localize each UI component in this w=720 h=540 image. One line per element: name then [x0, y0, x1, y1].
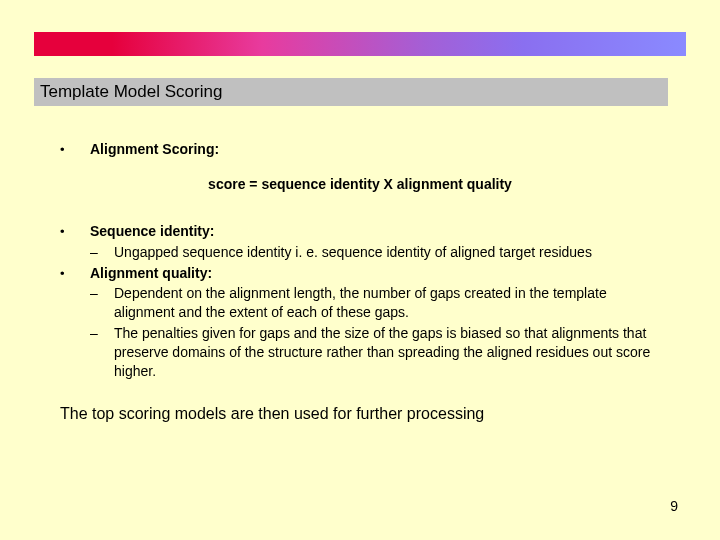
bullet-alignment-scoring: • Alignment Scoring: — [60, 140, 660, 159]
dash-icon: – — [90, 243, 114, 262]
bullet-dot-icon: • — [60, 222, 90, 241]
bullet-label: Alignment quality: — [90, 264, 660, 283]
dash-icon: – — [90, 324, 114, 381]
sub-bullet: – The penalties given for gaps and the s… — [90, 324, 660, 381]
bullet-dot-icon: • — [60, 264, 90, 283]
slide-title: Template Model Scoring — [40, 82, 222, 101]
bullet-label: Alignment Scoring: — [90, 140, 660, 159]
sub-bullet-text: Dependent on the alignment length, the n… — [114, 284, 660, 322]
sub-bullet: – Dependent on the alignment length, the… — [90, 284, 660, 322]
score-formula: score = sequence identity X alignment qu… — [60, 175, 660, 194]
closing-statement: The top scoring models are then used for… — [60, 403, 660, 425]
header-gradient-bar — [34, 32, 686, 56]
bullet-alignment-quality: • Alignment quality: — [60, 264, 660, 283]
sub-bullet-text: The penalties given for gaps and the siz… — [114, 324, 660, 381]
bullet-sequence-identity: • Sequence identity: — [60, 222, 660, 241]
page-number: 9 — [670, 498, 678, 514]
sub-bullet-text: Ungapped sequence identity i. e. sequenc… — [114, 243, 660, 262]
bullet-dot-icon: • — [60, 140, 90, 159]
slide-title-bar: Template Model Scoring — [34, 78, 668, 106]
dash-icon: – — [90, 284, 114, 322]
sub-bullet: – Ungapped sequence identity i. e. seque… — [90, 243, 660, 262]
slide-body: • Alignment Scoring: score = sequence id… — [60, 140, 660, 425]
bullet-label: Sequence identity: — [90, 222, 660, 241]
